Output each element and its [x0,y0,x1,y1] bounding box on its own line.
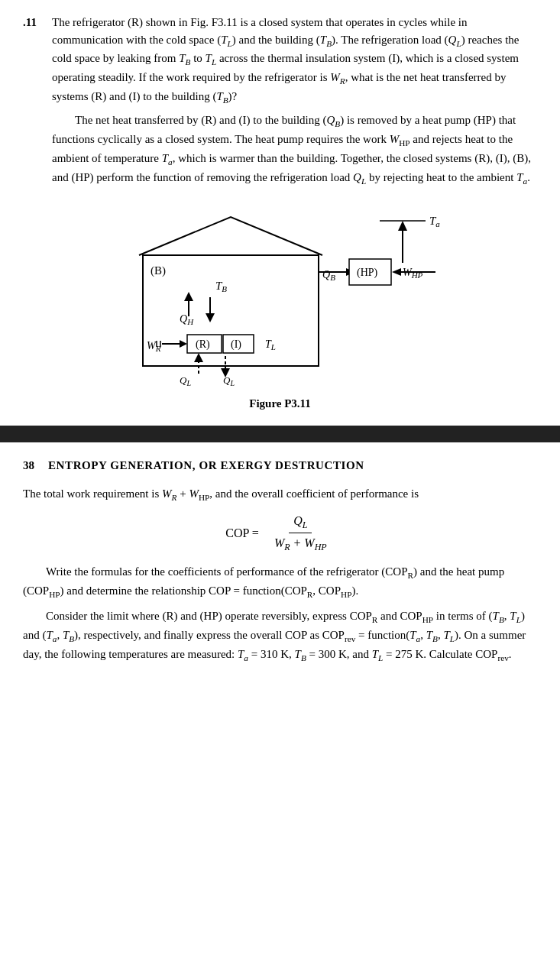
section-divider [0,426,560,442]
svg-marker-35 [392,268,401,276]
problem-number: .11 [23,14,52,193]
svg-text:QH: QH [180,313,194,326]
formula-fraction: QL WR + WHP [270,512,332,554]
svg-marker-26 [194,353,203,362]
problem-para-2: The net heat transferred by (R) and (I) … [52,112,537,188]
solution-para-2: Write the formulas for the coefficients … [23,563,537,601]
svg-text:QB: QB [322,269,335,282]
svg-text:(R): (R) [196,338,210,351]
formula-lhs: COP = [225,524,259,542]
svg-text:(B): (B) [151,264,166,277]
svg-text:TB: TB [215,280,227,293]
figure-diagram: Ta (B) TB QB QH WR [97,209,464,393]
section-header: 38 ENTROPY GENERATION, OR EXERGY DESTRUC… [23,458,537,474]
svg-text:Ta: Ta [429,215,440,228]
problem-text: The refrigerator (R) shown in Fig. F3.11… [52,14,537,193]
section-title: ENTROPY GENERATION, OR EXERGY DESTRUCTIO… [48,458,364,474]
figure-container: Ta (B) TB QB QH WR [23,209,537,413]
solution-text: The total work requirement is WR + WHP, … [23,485,537,665]
svg-marker-12 [184,292,193,301]
solution-para-1: The total work requirement is WR + WHP, … [23,485,537,504]
svg-text:QL: QL [180,374,191,387]
svg-text:(HP): (HP) [357,267,378,279]
svg-marker-19 [180,340,187,348]
page-top: .11 The refrigerator (R) shown in Fig. F… [0,0,560,412]
formula-inner: COP = QL WR + WHP [225,512,334,554]
svg-text:WR: WR [147,340,161,353]
svg-text:QL: QL [223,374,235,387]
formula-block: COP = QL WR + WHP [23,512,537,554]
formula-numerator: QL [289,512,312,533]
svg-text:(I): (I) [231,338,241,351]
problem-para-1: The refrigerator (R) shown in Fig. F3.11… [52,14,537,107]
svg-text:WHP: WHP [403,267,423,280]
formula-denominator: WR + WHP [270,533,332,554]
svg-marker-4 [398,221,407,231]
solution-section: 38 ENTROPY GENERATION, OR EXERGY DESTRUC… [0,442,560,685]
svg-marker-14 [206,313,215,322]
svg-text:TL: TL [265,338,276,351]
problem-block: .11 The refrigerator (R) shown in Fig. F… [23,14,537,193]
section-number: 38 [23,458,34,474]
figure-label: Figure P3.11 [97,396,464,413]
solution-para-3: Consider the limit where (R) and (HP) op… [23,607,537,665]
